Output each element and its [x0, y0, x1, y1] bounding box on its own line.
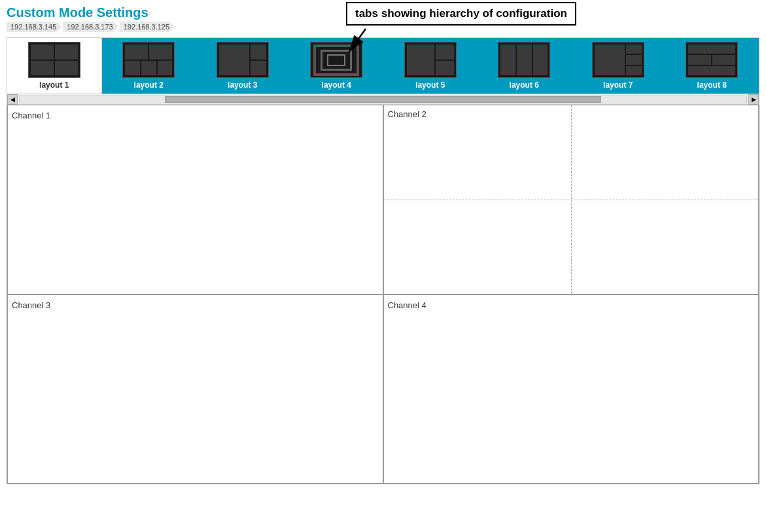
channel-grid: Channel 1 Channel 2 Channel 3 Channel 4: [7, 105, 759, 484]
layout-item-1[interactable]: layout 1: [7, 38, 102, 94]
ch2-horizontal-divider: [384, 200, 759, 200]
layout-1-thumb: [28, 42, 80, 78]
scroll-right-button[interactable]: ▶: [748, 94, 759, 105]
scroll-thumb[interactable]: [165, 96, 601, 103]
layout-4-label: layout 4: [322, 80, 351, 90]
channel-cell-2: Channel 2: [383, 105, 759, 294]
breadcrumb-item-1[interactable]: 192.168.3.145: [7, 22, 61, 32]
page-wrapper: Custom Mode Settings 192.168.3.145 192.1…: [0, 0, 766, 489]
layout-6-label: layout 6: [510, 80, 539, 90]
layout-item-7[interactable]: layout 7: [571, 38, 665, 94]
channel-cell-4: Channel 4: [383, 294, 759, 484]
scroll-left-button[interactable]: ◀: [7, 94, 18, 105]
layout-7-label: layout 7: [603, 80, 633, 90]
scroll-track[interactable]: [19, 96, 747, 103]
svg-line-1: [349, 29, 366, 52]
annotation-arrow: [346, 26, 464, 58]
scrollbar-row: ◀ ▶: [7, 94, 759, 105]
layout-8-thumb: [686, 42, 738, 78]
channel-cell-1: Channel 1: [7, 105, 383, 294]
layout-1-label: layout 1: [39, 80, 69, 90]
layout-7-thumb: [592, 42, 644, 78]
channel-2-label: Channel 2: [388, 109, 427, 119]
channel-1-label: Channel 1: [12, 111, 50, 120]
layout-item-8[interactable]: layout 8: [665, 38, 759, 94]
breadcrumb-item-2[interactable]: 192.168.3.173: [63, 22, 118, 32]
layout-5-label: layout 5: [415, 80, 445, 90]
annotation-text-box: tabs showing hierarchy of configuration: [346, 2, 576, 26]
channel-cell-3: Channel 3: [7, 294, 383, 484]
layout-2-thumb: [122, 42, 175, 78]
breadcrumb-item-3[interactable]: 192.168.3.125: [120, 22, 175, 32]
layout-8-label: layout 8: [697, 80, 727, 90]
header-section: Custom Mode Settings 192.168.3.145 192.1…: [7, 5, 759, 32]
layout-3-thumb: [217, 42, 269, 78]
channel-4-label: Channel 4: [388, 300, 427, 310]
annotation-wrapper: tabs showing hierarchy of configuration: [346, 2, 576, 58]
layout-item-2[interactable]: layout 2: [102, 38, 196, 94]
layout-2-label: layout 2: [134, 80, 164, 90]
channel-3-label: Channel 3: [12, 300, 50, 310]
layout-item-3[interactable]: layout 3: [196, 38, 290, 94]
layout-3-label: layout 3: [228, 80, 257, 90]
